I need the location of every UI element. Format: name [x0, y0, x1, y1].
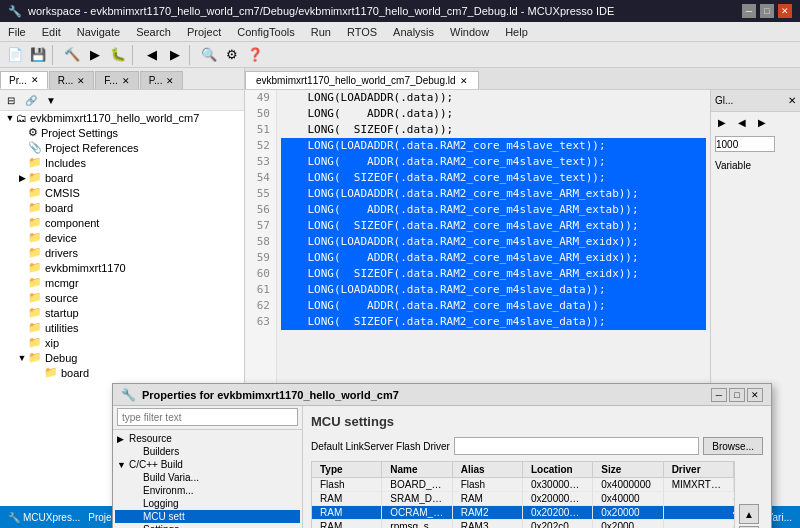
dialog-tree-item-7[interactable]: Settings: [115, 523, 300, 528]
search-button[interactable]: 🔍: [198, 45, 220, 65]
code-line-49[interactable]: LONG(LOADADDR(.data));: [281, 90, 706, 106]
back-button[interactable]: ◀: [141, 45, 163, 65]
panel-tab-close-1[interactable]: ✕: [77, 76, 85, 86]
tree-item-15[interactable]: ▼📁Debug: [0, 350, 244, 365]
table-row-1[interactable]: RAMSRAM_DTC_cm7RAM0x200000000x40000: [312, 492, 734, 506]
editor-tab-close-0[interactable]: ✕: [460, 76, 468, 86]
code-line-59[interactable]: LONG( ADDR(.data.RAM2_core_m4slave_ARM_e…: [281, 250, 706, 266]
dialog-tree-item-2[interactable]: ▼C/C++ Build: [115, 458, 300, 471]
code-line-62[interactable]: LONG( ADDR(.data.RAM2_core_m4slave_data)…: [281, 298, 706, 314]
debug-button[interactable]: 🐛: [107, 45, 129, 65]
table-cell-0-0: Flash: [312, 478, 382, 491]
menu-item-window[interactable]: Window: [442, 24, 497, 40]
menu-item-edit[interactable]: Edit: [34, 24, 69, 40]
code-line-56[interactable]: LONG( ADDR(.data.RAM2_core_m4slave_ARM_e…: [281, 202, 706, 218]
filter-button[interactable]: ▼: [42, 92, 60, 108]
new-file-button[interactable]: 📄: [4, 45, 26, 65]
right-toolbar-btn3[interactable]: ▶: [753, 114, 771, 130]
panel-tab-close-0[interactable]: ✕: [31, 75, 39, 85]
maximize-button[interactable]: □: [760, 4, 774, 18]
menu-item-configtools[interactable]: ConfigTools: [229, 24, 302, 40]
tree-item-7[interactable]: 📁device: [0, 230, 244, 245]
code-line-51[interactable]: LONG( SIZEOF(.data));: [281, 122, 706, 138]
dialog-tree-item-6[interactable]: MCU sett: [115, 510, 300, 523]
menu-item-file[interactable]: File: [0, 24, 34, 40]
window-title: workspace - evkbmimxrt1170_hello_world_c…: [28, 5, 742, 17]
right-panel-content: [711, 132, 800, 156]
dialog-maximize-button[interactable]: □: [729, 388, 745, 402]
settings-button[interactable]: ⚙: [221, 45, 243, 65]
tree-item-5[interactable]: 📁board: [0, 200, 244, 215]
panel-tab-0[interactable]: Pr...✕: [0, 71, 48, 89]
tree-item-6[interactable]: 📁component: [0, 215, 244, 230]
tree-root[interactable]: ▼🗂evkbmimxrt1170_hello_world_cm7: [0, 111, 244, 125]
code-line-52[interactable]: LONG(LOADADDR(.data.RAM2_core_m4slave_te…: [281, 138, 706, 154]
code-line-55[interactable]: LONG(LOADADDR(.data.RAM2_core_m4slave_AR…: [281, 186, 706, 202]
run-button[interactable]: ▶: [84, 45, 106, 65]
right-toolbar-btn1[interactable]: ▶: [713, 114, 731, 130]
code-line-61[interactable]: LONG(LOADADDR(.data.RAM2_core_m4slave_da…: [281, 282, 706, 298]
build-button[interactable]: 🔨: [61, 45, 83, 65]
collapse-all-button[interactable]: ⊟: [2, 92, 20, 108]
dialog-tree-item-4[interactable]: Environm...: [115, 484, 300, 497]
tree-item-13[interactable]: 📁utilities: [0, 320, 244, 335]
table-cell-3-4: 0x2000: [593, 520, 663, 528]
right-panel-close[interactable]: ✕: [788, 95, 796, 106]
tree-item-10[interactable]: 📁mcmgr: [0, 275, 244, 290]
menu-item-analysis[interactable]: Analysis: [385, 24, 442, 40]
table-row-3[interactable]: RAMrpmsg_sh_memRAM30x202c00000x2000: [312, 520, 734, 528]
browse-button[interactable]: Browse...: [703, 437, 763, 455]
tree-item-1[interactable]: 📎Project References: [0, 140, 244, 155]
menu-item-rtos[interactable]: RTOS: [339, 24, 385, 40]
panel-tab-1[interactable]: R...✕: [49, 71, 95, 89]
tree-item-14[interactable]: 📁xip: [0, 335, 244, 350]
table-row-2[interactable]: RAMOCRAM_ITCM_ALIASRAM20x202000000x20000: [312, 506, 734, 520]
dialog-tree-item-3[interactable]: Build Varia...: [115, 471, 300, 484]
close-button[interactable]: ✕: [778, 4, 792, 18]
forward-button[interactable]: ▶: [164, 45, 186, 65]
menu-item-run[interactable]: Run: [303, 24, 339, 40]
code-line-53[interactable]: LONG( ADDR(.data.RAM2_core_m4slave_text)…: [281, 154, 706, 170]
arrow-up-button[interactable]: ▲: [739, 504, 759, 524]
right-panel-input[interactable]: [715, 136, 775, 152]
dialog-tree-item-5[interactable]: Logging: [115, 497, 300, 510]
right-toolbar-btn2[interactable]: ◀: [733, 114, 751, 130]
tree-item-2[interactable]: 📁Includes: [0, 155, 244, 170]
menu-item-project[interactable]: Project: [179, 24, 229, 40]
dialog-tree-item-1[interactable]: Builders: [115, 445, 300, 458]
dialog-close-button[interactable]: ✕: [747, 388, 763, 402]
tree-item-12[interactable]: 📁startup: [0, 305, 244, 320]
tree-item-9[interactable]: 📁evkbmimxrt1170: [0, 260, 244, 275]
code-line-63[interactable]: LONG( SIZEOF(.data.RAM2_core_m4slave_dat…: [281, 314, 706, 330]
tree-item-4[interactable]: 📁CMSIS: [0, 185, 244, 200]
save-button[interactable]: 💾: [27, 45, 49, 65]
code-line-57[interactable]: LONG( SIZEOF(.data.RAM2_core_m4slave_ARM…: [281, 218, 706, 234]
code-line-60[interactable]: LONG( SIZEOF(.data.RAM2_core_m4slave_ARM…: [281, 266, 706, 282]
code-line-54[interactable]: LONG( SIZEOF(.data.RAM2_core_m4slave_tex…: [281, 170, 706, 186]
help-button[interactable]: ❓: [244, 45, 266, 65]
menu-item-help[interactable]: Help: [497, 24, 536, 40]
code-line-58[interactable]: LONG(LOADADDR(.data.RAM2_core_m4slave_AR…: [281, 234, 706, 250]
tree-item-8[interactable]: 📁drivers: [0, 245, 244, 260]
code-line-50[interactable]: LONG( ADDR(.data));: [281, 106, 706, 122]
panel-tab-3[interactable]: P...✕: [140, 71, 184, 89]
properties-dialog: 🔧 Properties for evkbmimxrt1170_hello_wo…: [112, 383, 772, 528]
menu-item-navigate[interactable]: Navigate: [69, 24, 128, 40]
tree-item-16[interactable]: 📁board: [0, 365, 244, 380]
filter-input[interactable]: [117, 408, 298, 426]
panel-tab-close-3[interactable]: ✕: [166, 76, 174, 86]
minimize-button[interactable]: ─: [742, 4, 756, 18]
panel-tab-2[interactable]: F...✕: [95, 71, 138, 89]
dialog-minimize-button[interactable]: ─: [711, 388, 727, 402]
panel-tab-close-2[interactable]: ✕: [122, 76, 130, 86]
dialog-tree-item-0[interactable]: ▶Resource: [115, 432, 300, 445]
editor-tab-0[interactable]: evkbmimxrt1170_hello_world_cm7_Debug.ld✕: [245, 71, 479, 89]
tree-item-0[interactable]: ⚙Project Settings: [0, 125, 244, 140]
right-panel-tab[interactable]: Gl... ✕: [711, 90, 800, 112]
browse-input[interactable]: [454, 437, 699, 455]
tree-item-11[interactable]: 📁source: [0, 290, 244, 305]
link-button[interactable]: 🔗: [22, 92, 40, 108]
tree-item-3[interactable]: ▶📁board: [0, 170, 244, 185]
menu-item-search[interactable]: Search: [128, 24, 179, 40]
table-row-0[interactable]: FlashBOARD_FLASHFlash0x300000000x4000000…: [312, 478, 734, 492]
